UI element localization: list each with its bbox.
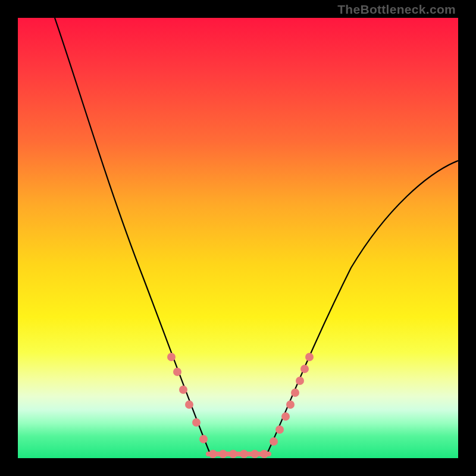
svg-point-13 [305,353,314,361]
svg-point-14 [209,450,217,458]
right-dots [270,353,314,446]
svg-point-3 [185,400,193,409]
watermark-text: TheBottleneck.com [337,2,456,17]
left-dots [167,353,208,443]
svg-point-17 [240,450,248,458]
svg-point-2 [179,386,187,394]
svg-point-0 [167,353,176,361]
svg-point-1 [173,368,181,376]
svg-point-6 [270,437,278,446]
svg-point-11 [296,377,304,385]
svg-point-18 [250,450,259,458]
chart-overlay [18,18,458,458]
right-curve [268,161,458,452]
svg-point-4 [192,418,201,427]
svg-point-15 [219,450,227,458]
svg-point-16 [229,450,237,458]
chart-frame: TheBottleneck.com [0,0,476,476]
svg-point-10 [291,389,299,397]
svg-point-12 [300,365,309,373]
svg-point-5 [199,435,208,443]
svg-point-9 [286,400,295,409]
svg-point-19 [260,450,268,458]
svg-point-8 [281,412,290,421]
svg-point-7 [275,425,284,434]
